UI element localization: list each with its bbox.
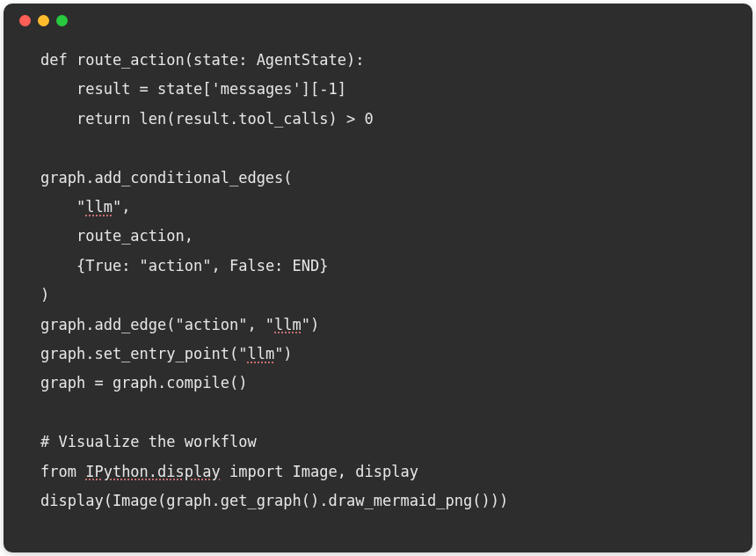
code-text: ") [274, 345, 292, 362]
spellcheck-underline: IPython.display [85, 463, 221, 480]
code-line: ) [40, 286, 49, 304]
code-indent [40, 257, 76, 274]
code-line: # Visualize the workflow [40, 433, 257, 450]
code-line: graph = graph.compile() [40, 374, 247, 391]
spellcheck-underline: llm [274, 316, 302, 333]
close-icon[interactable] [19, 15, 31, 26]
code-text: ", [113, 198, 130, 216]
code-line: display(Image(graph.get_graph().draw_mer… [40, 492, 508, 509]
code-line: graph.add_conditional_edges( [40, 169, 293, 187]
maximize-icon[interactable] [56, 15, 68, 26]
code-line: {True: "action", False: END} [76, 257, 329, 274]
code-text: graph.add_edge("action", " [40, 316, 274, 333]
code-line: return len(result.tool_calls) > 0 [76, 110, 374, 128]
code-indent [40, 110, 76, 128]
code-indent [40, 227, 76, 245]
code-line: route_action, [76, 227, 193, 245]
minimize-icon[interactable] [38, 15, 49, 26]
code-editor[interactable]: def route_action(state: AgentState): res… [4, 37, 752, 534]
window-titlebar [4, 4, 752, 37]
code-line: def route_action(state: AgentState): [40, 51, 364, 69]
code-text: from [40, 463, 85, 480]
code-text: graph.set_entry_point(" [40, 345, 247, 362]
code-text: import Image, display [221, 463, 418, 480]
code-window: def route_action(state: AgentState): res… [4, 4, 752, 552]
spellcheck-underline: llm [247, 345, 274, 362]
code-text: ") [302, 316, 319, 333]
code-line: result = state['messages'][-1] [76, 80, 346, 98]
code-indent [40, 80, 76, 98]
code-indent [40, 198, 76, 216]
spellcheck-underline: llm [85, 198, 113, 216]
code-text: " [76, 198, 85, 216]
